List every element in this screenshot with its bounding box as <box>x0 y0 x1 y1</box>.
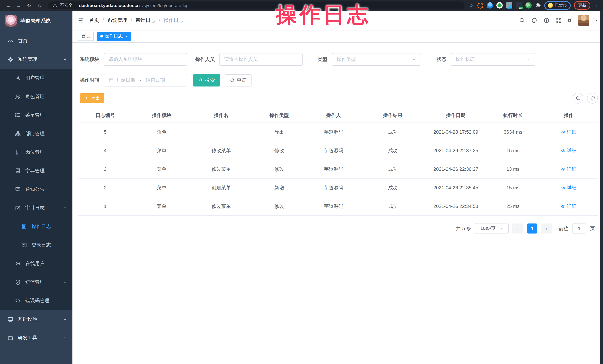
search-icon[interactable] <box>519 17 525 23</box>
reset-button[interactable]: 重置 <box>225 74 252 86</box>
sidebar-item-announcements[interactable]: 通知公告 <box>0 180 72 199</box>
extension-icon-2[interactable] <box>487 2 493 9</box>
profile-paused-pill[interactable]: 已暂停 <box>544 1 571 10</box>
current-page-button[interactable]: 1 <box>527 223 537 233</box>
extension-icon-5[interactable]: on <box>516 2 522 9</box>
infrastructure-icon <box>7 316 13 322</box>
export-button[interactable]: 导出 <box>80 93 104 103</box>
sidebar-item-home[interactable]: 首页 <box>0 32 72 50</box>
browser-menu-icon[interactable]: ⋮ <box>594 3 599 8</box>
page-content: 系统模块 请输入系统模块 操作人员 请输入操作人员 类型 操作类型 状态 <box>72 43 603 364</box>
operate-log-icon <box>21 223 27 230</box>
prev-page-button[interactable]: ‹ <box>512 223 523 233</box>
chevron-down-icon <box>526 57 531 62</box>
goto-page-input[interactable] <box>572 223 586 233</box>
operator-input[interactable]: 请输入操作人员 <box>219 53 303 66</box>
sidebar-item-posts[interactable]: 岗位管理 <box>0 143 72 162</box>
extension-icon-3[interactable] <box>496 2 503 9</box>
detail-link[interactable]: 详细 <box>561 184 576 191</box>
refresh-table-button[interactable] <box>587 93 598 104</box>
sidebar-item-sms[interactable]: 短信管理 <box>0 273 72 291</box>
logo-image <box>5 15 17 27</box>
browser-back-icon[interactable]: ← <box>4 1 13 10</box>
tags-view-bar: 首页 操作日志 × <box>72 30 603 43</box>
security-label: 不安全 <box>60 3 73 8</box>
sidebar-item-audit-log[interactable]: 审计日志 <box>0 199 72 217</box>
extensions-puzzle-icon[interactable] <box>535 2 541 8</box>
sidebar-item-online-users[interactable]: 在线用户 <box>0 254 72 273</box>
detail-link[interactable]: 详细 <box>561 203 576 210</box>
sidebar-item-system[interactable]: 系统管理 <box>0 50 72 69</box>
browser-home-icon[interactable]: ⌂ <box>35 1 44 10</box>
browser-scrollbar[interactable] <box>600 11 603 364</box>
url-path: /system/log/operate-log <box>142 3 188 8</box>
extension-icon-4[interactable] <box>506 2 512 9</box>
audit-log-icon <box>15 205 21 211</box>
sidebar-item-login-log[interactable]: 登录日志 <box>0 236 72 254</box>
sidebar-item-operate-log[interactable]: 操作日志 <box>0 217 72 236</box>
browser-forward-icon[interactable]: → <box>14 1 23 10</box>
breadcrumb-home[interactable]: 首页 <box>89 17 99 23</box>
active-tag-dot <box>100 35 103 37</box>
address-bar[interactable]: 不安全 | dashboard.yudao.iocoder.cn /system… <box>48 1 464 9</box>
dashboard-icon <box>7 38 13 44</box>
next-page-button[interactable]: › <box>541 223 552 233</box>
dictionary-icon <box>15 168 21 174</box>
chevron-down-icon <box>63 317 67 321</box>
sidebar-item-menus[interactable]: 菜单管理 <box>0 106 72 124</box>
status-label: 状态 <box>437 56 446 63</box>
breadcrumb-audit-log[interactable]: 审计日志 <box>135 17 155 23</box>
toggle-search-button[interactable] <box>573 93 583 104</box>
app-title: 芋道管理系统 <box>20 18 50 24</box>
fullscreen-icon[interactable] <box>556 17 562 23</box>
font-size-icon[interactable]: tT <box>568 17 572 23</box>
col-name: 操作名 <box>191 108 252 123</box>
search-button[interactable]: 搜索 <box>193 74 220 86</box>
navbar-actions: tT ▾ <box>519 15 597 26</box>
operator-label: 操作人员 <box>196 56 215 63</box>
sidebar-item-dictionary[interactable]: 字典管理 <box>0 162 72 180</box>
col-operator: 操作人 <box>306 108 360 123</box>
menu-list-icon <box>15 112 21 118</box>
extension-icon-1[interactable] <box>477 2 483 9</box>
detail-link[interactable]: 详细 <box>561 166 576 172</box>
status-select[interactable]: 操作状态 <box>451 53 535 66</box>
app-logo[interactable]: 芋道管理系统 <box>0 11 72 32</box>
main-area: 首页 / 系统管理 / 审计日志 / 操作日志 tT ▾ <box>72 11 603 364</box>
sidebar-item-roles[interactable]: 角色管理 <box>0 87 72 106</box>
module-input[interactable]: 请输入系统模块 <box>104 53 187 66</box>
time-label: 操作时间 <box>80 77 99 84</box>
help-icon[interactable] <box>543 17 549 23</box>
detail-link[interactable]: 详细 <box>561 147 576 154</box>
error-code-icon <box>15 298 21 304</box>
bookmark-star-icon[interactable]: ☆ <box>469 3 474 8</box>
extension-icon-6[interactable] <box>525 2 532 9</box>
tag-home[interactable]: 首页 <box>78 32 94 41</box>
col-result: 操作结果 <box>360 108 425 123</box>
breadcrumb-system[interactable]: 系统管理 <box>107 17 128 23</box>
start-date-placeholder: 开始日期 <box>116 77 135 84</box>
sidebar-item-departments[interactable]: 部门管理 <box>0 124 72 143</box>
type-select[interactable]: 操作类型 <box>332 53 421 66</box>
github-icon[interactable] <box>531 17 537 23</box>
page-size-select[interactable]: 10条/页 <box>475 223 509 234</box>
sidebar-item-dev-tools[interactable]: 研发工具 <box>0 329 72 347</box>
close-tag-icon[interactable]: × <box>125 34 128 38</box>
refresh-icon <box>590 96 595 101</box>
browser-update-button[interactable]: 更新 <box>574 1 590 10</box>
end-date-placeholder: 结束日期 <box>146 77 165 84</box>
sidebar-item-users[interactable]: 用户管理 <box>0 69 72 87</box>
annotation-overlay-text: 操作日志 <box>276 1 371 29</box>
tag-operate-log[interactable]: 操作日志 × <box>97 32 131 41</box>
sidebar-toggle-icon[interactable] <box>78 17 84 23</box>
user-avatar[interactable] <box>578 15 589 26</box>
browser-reload-icon[interactable]: ↻ <box>24 1 34 10</box>
chevron-down-icon <box>63 280 67 284</box>
col-log-id: 日志编号 <box>78 108 133 123</box>
date-range-input[interactable]: 开始日期 - 结束日期 <box>104 74 187 87</box>
avatar-caret-icon[interactable]: ▾ <box>596 18 597 22</box>
detail-link[interactable]: 详细 <box>561 129 576 135</box>
sidebar-item-error-codes[interactable]: 错误码管理 <box>0 291 72 310</box>
sms-shield-icon <box>15 279 21 285</box>
sidebar-item-infrastructure[interactable]: 基础设施 <box>0 310 72 329</box>
